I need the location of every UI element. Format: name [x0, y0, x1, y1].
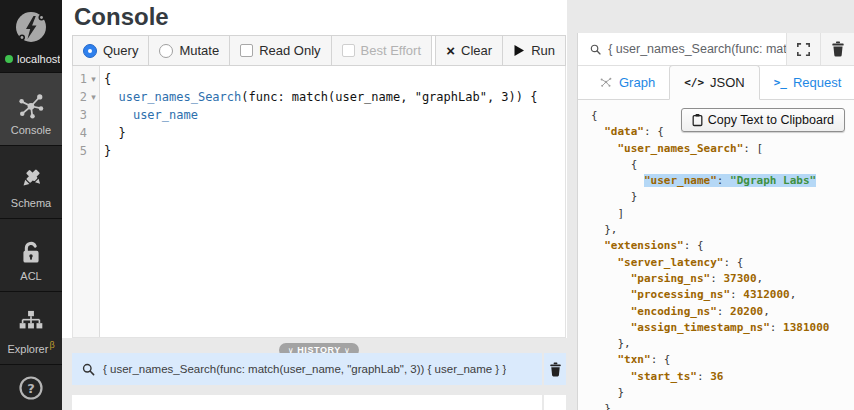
- json-line: }: [591, 189, 854, 205]
- svg-text:?: ?: [27, 381, 35, 396]
- code-text: user_names_Search(func: match(user_name,…: [100, 88, 538, 106]
- line-number: 4: [73, 124, 87, 142]
- tab-request-label: Request: [793, 75, 841, 90]
- query-radio[interactable]: [83, 44, 97, 58]
- sidebar-item-server[interactable]: localhost: [0, 0, 62, 73]
- sidebar-item-label: ACL: [20, 270, 41, 291]
- line-number: 1: [73, 70, 87, 88]
- json-line: }: [591, 401, 854, 410]
- json-output: Copy Text to Clipboard { "data": { "user…: [578, 100, 854, 410]
- sidebar-item-explorer[interactable]: Explorerβ: [0, 292, 62, 365]
- server-status-dot: [5, 55, 13, 63]
- server-name: localhost: [17, 53, 60, 65]
- fullscreen-icon: [797, 43, 810, 56]
- tab-graph-label: Graph: [619, 75, 655, 90]
- code-text: }: [100, 124, 126, 142]
- highlighted-json-value: "user_name": "Dgraph Labs": [644, 174, 816, 187]
- search-icon: [590, 43, 601, 56]
- read-only-checkbox-option[interactable]: Read Only: [229, 35, 331, 66]
- editor-line[interactable]: 3 user_name: [73, 106, 565, 124]
- history-query[interactable]: [72, 395, 542, 410]
- fold-gutter: [87, 106, 100, 124]
- history-query-text: { user_names_Search(func: match(user_nam…: [103, 363, 506, 375]
- trash-icon: [549, 362, 562, 377]
- query-toolbar: Query Mutate Read Only Best Effort × Cle…: [72, 35, 566, 66]
- copy-to-clipboard-button[interactable]: Copy Text to Clipboard: [681, 108, 845, 132]
- read-only-checkbox[interactable]: [240, 44, 253, 57]
- json-line: }: [591, 385, 854, 401]
- sidebar-item-acl[interactable]: ACL: [0, 219, 62, 292]
- json-line: "extensions": {: [591, 238, 854, 254]
- editor-line[interactable]: 4 }: [73, 124, 565, 142]
- schema-pencils-icon: [17, 165, 45, 193]
- results-query-bar: { user_names_Search(func: match(...: [578, 33, 854, 66]
- mutate-radio[interactable]: [159, 44, 173, 58]
- play-icon: [513, 44, 525, 57]
- fold-gutter: [87, 124, 100, 142]
- results-panel: { user_names_Search(func: match(...: [577, 33, 854, 410]
- json-line: "user_name": "Dgraph Labs": [591, 173, 854, 189]
- fold-arrow-icon[interactable]: ▾: [87, 70, 100, 88]
- code-text: }: [100, 142, 111, 160]
- console-graph-icon: [16, 90, 46, 120]
- best-effort-label: Best Effort: [361, 43, 421, 58]
- best-effort-checkbox[interactable]: [342, 44, 355, 57]
- sidebar: localhost Console: [0, 0, 62, 410]
- clear-x-icon: ×: [446, 43, 455, 58]
- query-radio-label: Query: [103, 43, 138, 58]
- query-radio-option[interactable]: Query: [72, 35, 149, 66]
- results-query-display[interactable]: { user_names_Search(func: match(...: [578, 33, 786, 65]
- dgraph-logo-icon: [13, 9, 49, 45]
- code-text: {: [100, 70, 111, 88]
- sidebar-item-console[interactable]: Console: [0, 73, 62, 146]
- json-line: {: [591, 157, 854, 173]
- json-line: "start_ts": 36: [591, 369, 854, 385]
- page-title: Console: [74, 3, 169, 31]
- json-line: "processing_ns": 4312000,: [591, 287, 854, 303]
- clear-results-button[interactable]: [820, 33, 854, 65]
- trash-icon: [831, 41, 845, 57]
- delete-history-entry-button[interactable]: [544, 395, 566, 410]
- editor-line[interactable]: 5}: [73, 142, 565, 160]
- best-effort-checkbox-option[interactable]: Best Effort: [331, 35, 432, 66]
- json-line: },: [591, 222, 854, 238]
- search-icon: [82, 363, 95, 376]
- acl-lock-icon: [17, 238, 45, 266]
- run-button[interactable]: Run: [502, 35, 566, 66]
- beta-badge: β: [49, 340, 54, 350]
- json-line: "encoding_ns": 20200,: [591, 304, 854, 320]
- mutate-radio-option[interactable]: Mutate: [148, 35, 230, 66]
- tab-json-label: JSON: [710, 75, 745, 90]
- history-entry[interactable]: [72, 395, 566, 410]
- help-button[interactable]: ?: [0, 365, 62, 410]
- run-button-label: Run: [531, 43, 555, 58]
- sidebar-item-label: Explorerβ: [7, 340, 54, 364]
- delete-history-entry-button[interactable]: [544, 353, 566, 385]
- sidebar-item-label: Schema: [11, 197, 51, 218]
- tab-request[interactable]: >_ Request: [760, 65, 854, 99]
- editor-line[interactable]: 1▾{: [73, 70, 565, 88]
- history-query[interactable]: { user_names_Search(func: match(user_nam…: [72, 353, 542, 385]
- sidebar-item-label: Console: [11, 124, 51, 145]
- json-line: "txn": {: [591, 352, 854, 368]
- tab-graph[interactable]: Graph: [585, 65, 669, 99]
- line-number: 5: [73, 142, 87, 160]
- fold-gutter: [87, 142, 100, 160]
- history-entry-selected[interactable]: { user_names_Search(func: match(user_nam…: [72, 353, 566, 385]
- query-editor[interactable]: 1▾{2▾ user_names_Search(func: match(user…: [72, 66, 566, 338]
- terminal-prompt-icon: >_: [774, 76, 787, 89]
- code-icon: </>: [684, 76, 704, 89]
- json-line: "user_names_Search": [: [591, 141, 854, 157]
- editor-line[interactable]: 2▾ user_names_Search(func: match(user_na…: [73, 88, 565, 106]
- sidebar-item-schema[interactable]: Schema: [0, 146, 62, 219]
- clear-button-label: Clear: [461, 43, 492, 58]
- code-text: user_name: [100, 106, 198, 124]
- json-line: "assign_timestamp_ns": 1381000: [591, 320, 854, 336]
- clipboard-icon: [692, 113, 703, 127]
- clear-button[interactable]: × Clear: [435, 35, 503, 66]
- fullscreen-button[interactable]: [786, 33, 820, 65]
- fold-arrow-icon[interactable]: ▾: [87, 88, 100, 106]
- help-icon: ?: [18, 375, 44, 401]
- results-tab-bar: Graph </> JSON >_ Request: [578, 66, 854, 100]
- tab-json[interactable]: </> JSON: [669, 65, 760, 100]
